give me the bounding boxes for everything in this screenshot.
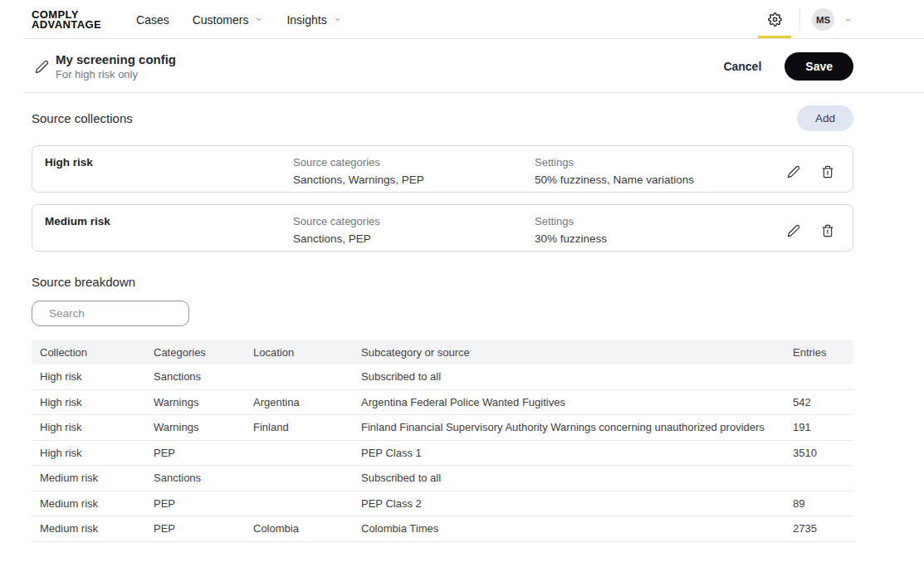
cell-categories: PEP	[154, 497, 253, 510]
pencil-icon	[787, 224, 800, 237]
collection-card-medium-risk: Medium risk Source categories Sanctions,…	[32, 204, 853, 252]
cell-categories: Warnings	[154, 421, 253, 433]
edit-collection-button[interactable]	[787, 224, 800, 237]
delete-collection-button[interactable]	[821, 165, 834, 178]
table-body: High risk Sanctions Subscribed to all Hi…	[32, 364, 853, 542]
collection-categories: Source categories Sanctions, PEP	[293, 213, 535, 247]
add-collection-button[interactable]: Add	[797, 105, 853, 131]
nav-item-cases[interactable]: Cases	[136, 13, 169, 27]
card-actions	[787, 224, 834, 237]
primary-nav: Cases Customers Insights	[136, 13, 342, 27]
settings-value: 50% fuzziness, Name variations	[535, 171, 787, 188]
chevron-down-icon	[333, 17, 342, 22]
header-actions: Cancel Save	[723, 52, 853, 81]
cancel-button[interactable]: Cancel	[723, 60, 761, 73]
column-header-subcategory: Subcategory or source	[361, 346, 793, 359]
cell-collection: Medium risk	[40, 472, 154, 484]
collection-name: High risk	[45, 154, 293, 171]
nav-item-label: Cases	[136, 13, 169, 27]
table-row[interactable]: High risk PEP PEP Class 1 3510	[32, 441, 853, 467]
edit-title-pencil-icon[interactable]	[35, 60, 49, 74]
cell-subcategory-or-source: Subscribed to all	[361, 472, 793, 484]
categories-label: Source categories	[293, 154, 535, 171]
column-header-entries: Entries	[793, 346, 845, 359]
logo-line-2: ADVANTAGE	[32, 20, 101, 30]
table-header-row: Collection Categories Location Subcatego…	[32, 340, 853, 364]
settings-value: 30% fuzziness	[535, 230, 787, 247]
cell-subcategory-or-source: Argentina Federal Police Wanted Fugitive…	[361, 396, 793, 408]
source-collections-header: Source collections Add	[32, 105, 853, 131]
nav-divider	[799, 9, 800, 31]
table-row[interactable]: Medium risk PEP Colombia Colombia Times …	[32, 516, 853, 542]
cell-entries: 3510	[793, 447, 845, 459]
pencil-icon	[787, 165, 800, 178]
cell-categories: Warnings	[154, 396, 253, 408]
cell-subcategory-or-source: PEP Class 1	[361, 447, 793, 459]
table-row[interactable]: High risk Sanctions Subscribed to all	[32, 364, 853, 390]
cell-subcategory-or-source: PEP Class 2	[361, 497, 793, 510]
cell-collection: High risk	[40, 447, 154, 459]
cell-categories: Sanctions	[154, 472, 253, 484]
search-box[interactable]	[32, 301, 189, 326]
collection-settings: Settings 50% fuzziness, Name variations	[535, 154, 787, 188]
cell-collection: Medium risk	[40, 497, 154, 510]
table-row[interactable]: High risk Warnings Finland Finland Finan…	[32, 415, 853, 441]
table-row[interactable]: Medium risk PEP PEP Class 2 89	[32, 491, 853, 517]
cell-categories: Sanctions	[154, 370, 253, 383]
table-row[interactable]: Medium risk Sanctions Subscribed to all	[32, 466, 853, 491]
collection-name: Medium risk	[45, 213, 293, 230]
complyadvantage-logo[interactable]: COMPLY ADVANTAGE	[32, 10, 101, 30]
source-breakdown-table: Collection Categories Location Subcatego…	[32, 340, 853, 542]
cell-collection: High risk	[40, 370, 154, 383]
trash-icon	[821, 224, 834, 237]
cell-collection: High risk	[40, 421, 154, 433]
cell-subcategory-or-source: Colombia Times	[361, 522, 793, 535]
nav-item-customers[interactable]: Customers	[193, 13, 264, 27]
nav-item-label: Customers	[193, 13, 249, 27]
categories-value: Sanctions, PEP	[293, 230, 535, 247]
cell-entries: 191	[793, 421, 845, 433]
source-collections-title: Source collections	[32, 111, 133, 125]
gear-icon	[768, 12, 782, 27]
cell-location: Finland	[253, 421, 361, 433]
page-title: My screening config	[56, 51, 176, 67]
avatar-initials: MS	[816, 15, 830, 25]
settings-label: Settings	[535, 213, 787, 230]
collection-settings: Settings 30% fuzziness	[535, 213, 787, 247]
table-row[interactable]: High risk Warnings Argentina Argentina F…	[32, 390, 853, 416]
column-header-categories: Categories	[154, 346, 253, 359]
page-title-block: My screening config For high risk only	[56, 51, 176, 81]
edit-collection-button[interactable]	[787, 165, 800, 178]
cell-collection: High risk	[40, 396, 154, 408]
nav-item-label: Insights	[286, 13, 326, 27]
cell-location: Argentina	[253, 396, 361, 408]
column-header-collection: Collection	[40, 346, 154, 359]
main-content: Source collections Add High risk Source …	[0, 105, 924, 542]
page-subtitle: For high risk only	[56, 67, 176, 81]
collection-card-high-risk: High risk Source categories Sanctions, W…	[32, 145, 853, 193]
card-actions	[787, 165, 834, 178]
nav-item-insights[interactable]: Insights	[286, 13, 341, 27]
cell-subcategory-or-source: Subscribed to all	[361, 370, 793, 383]
cell-location: Colombia	[253, 522, 361, 535]
top-navigation: COMPLY ADVANTAGE Cases Customers Insight…	[0, 0, 924, 39]
save-button[interactable]: Save	[785, 52, 853, 81]
chevron-down-icon	[254, 17, 263, 22]
search-input[interactable]	[49, 307, 196, 320]
categories-label: Source categories	[293, 213, 535, 230]
categories-value: Sanctions, Warnings, PEP	[293, 171, 535, 188]
collection-cards: High risk Source categories Sanctions, W…	[32, 145, 853, 252]
collection-categories: Source categories Sanctions, Warnings, P…	[293, 154, 535, 188]
delete-collection-button[interactable]	[821, 224, 834, 237]
cell-collection: Medium risk	[40, 522, 154, 535]
page-header: My screening config For high risk only C…	[0, 39, 924, 93]
cell-categories: PEP	[154, 447, 253, 459]
nav-right-group: MS	[758, 0, 853, 39]
user-avatar[interactable]: MS	[812, 8, 834, 31]
column-header-location: Location	[253, 346, 361, 359]
user-menu-chevron-icon[interactable]	[843, 17, 853, 23]
settings-gear-button[interactable]	[758, 0, 791, 39]
trash-icon	[821, 165, 834, 178]
cell-entries: 89	[793, 497, 845, 510]
cell-entries: 542	[793, 396, 845, 408]
